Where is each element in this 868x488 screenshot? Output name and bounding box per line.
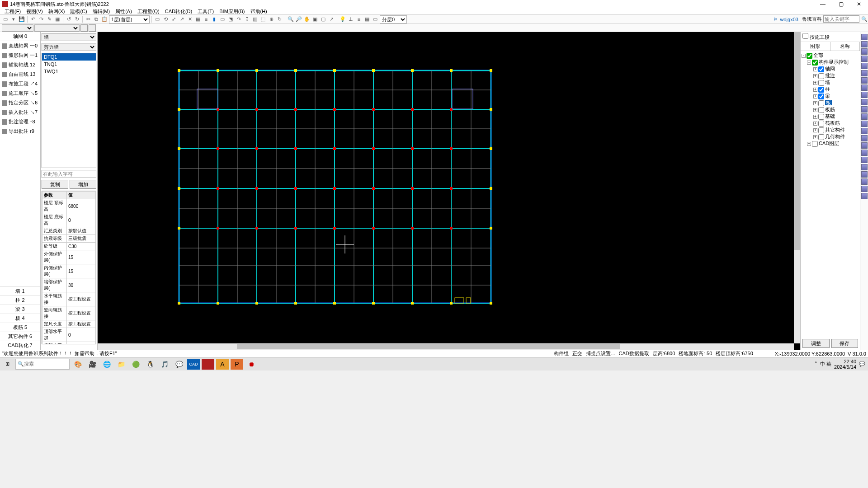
tool-c16-icon[interactable]: ↻ <box>276 16 283 23</box>
sidebar-item[interactable]: 插入批注 ↘7 <box>0 108 40 117</box>
search-input[interactable] <box>823 15 859 23</box>
sidebar-item[interactable]: 布施工段 ↗4 <box>0 79 40 89</box>
sidebar-item[interactable]: 导出批注 r9 <box>0 127 40 136</box>
task-app-edge-icon[interactable]: 🌐 <box>100 359 113 370</box>
vtool-21-icon[interactable] <box>861 178 868 185</box>
status-segment[interactable]: 正交 <box>572 351 582 356</box>
tree-item[interactable]: +板筋 <box>813 106 859 113</box>
value-cell[interactable]: 0 <box>67 342 96 345</box>
tool-c9-icon[interactable]: ▭ <box>219 16 226 23</box>
sidetab[interactable]: 柱 2 <box>0 296 40 305</box>
tool-c4-icon[interactable]: ↗ <box>178 16 185 23</box>
add-button[interactable]: 增加 <box>70 180 96 189</box>
canvas-hscroll[interactable] <box>98 343 794 350</box>
section-checkbox[interactable]: 按施工段 <box>802 34 830 40</box>
menu-item[interactable]: 工具(T) <box>196 8 216 15</box>
vtool-11-icon[interactable] <box>861 106 868 113</box>
tool-c14-icon[interactable]: ⬚ <box>259 16 267 23</box>
menu-item[interactable]: CAD转化(D) <box>163 8 194 15</box>
value-cell[interactable]: 按工程设置 <box>67 320 96 328</box>
menu-item[interactable]: 轴网(X) <box>47 8 67 15</box>
sidebar-item[interactable]: 辅助轴线 12 <box>0 60 40 70</box>
sidetab[interactable]: 墙 1 <box>0 286 40 296</box>
search-icon[interactable]: 🔍 <box>861 16 868 23</box>
tool-grid-icon[interactable]: ▦ <box>54 16 61 23</box>
tool-pan-icon[interactable]: ✋ <box>303 16 311 23</box>
table-row[interactable]: 定尺长度按工程设置 <box>42 320 96 328</box>
sidetab[interactable]: CAD转化 7 <box>0 341 40 350</box>
menu-item[interactable]: 编辑(M) <box>91 8 112 15</box>
task-app-record-icon[interactable]: ⏺ <box>245 359 258 370</box>
vtool-10-icon[interactable] <box>861 99 868 105</box>
maximize-button[interactable]: ▢ <box>832 0 850 8</box>
task-app-1-icon[interactable]: 🎨 <box>71 359 84 370</box>
vtool-4-icon[interactable] <box>861 56 868 62</box>
sidebar-item[interactable]: 弧形轴网 一1 <box>0 51 40 60</box>
subcategory-combo[interactable]: 剪力墙 <box>42 43 96 51</box>
table-row[interactable]: 砼等级C30 <box>42 243 96 250</box>
value-cell[interactable]: 0 <box>67 213 96 227</box>
task-app-ppt-icon[interactable]: P <box>231 359 243 370</box>
combo-a[interactable] <box>2 24 33 32</box>
sidetab[interactable]: 梁 3 <box>0 305 40 314</box>
tool-c11-icon[interactable]: ↷ <box>235 16 242 23</box>
tool-undo-icon[interactable]: ↶ <box>29 16 37 23</box>
value-cell[interactable]: C30 <box>67 243 96 250</box>
tool-d1-icon[interactable]: ↗ <box>328 16 335 23</box>
tool-bulb-icon[interactable]: 💡 <box>339 16 346 23</box>
sidebar-item[interactable]: 指定分区 ↘6 <box>0 98 40 108</box>
tree-item[interactable]: +板 <box>813 99 859 106</box>
visibility-tree[interactable]: -全部 -构件显示控制 +轴网+批注+墙+柱+梁+板+板筋+基础+筏板筋+其它构… <box>801 51 860 337</box>
start-button[interactable]: ⊞ <box>1 359 14 370</box>
tree-item[interactable]: +墙 <box>813 79 859 86</box>
tool-c6-icon[interactable]: ▦ <box>194 16 202 23</box>
value-cell[interactable]: 三级抗震 <box>67 235 96 243</box>
vtool-7-icon[interactable] <box>861 77 868 84</box>
vtool-20-icon[interactable] <box>861 171 868 178</box>
property-grid[interactable]: 参数 值 楼层 顶标高6800楼层 底标高0汇总类别按默认值抗震等级三级抗震砼等… <box>42 191 96 344</box>
close-button[interactable]: ✕ <box>850 0 868 8</box>
table-row[interactable]: 端部保护层(30 <box>42 278 96 292</box>
combo-b[interactable] <box>34 24 80 32</box>
value-cell[interactable]: 0 <box>67 328 96 342</box>
sidebar-item[interactable]: 直线轴网 一0 <box>0 41 40 51</box>
sidetab[interactable]: 板筋 5 <box>0 323 40 332</box>
menu-item[interactable]: 帮助(H) <box>249 8 269 15</box>
value-cell[interactable]: 按工程设置 <box>67 292 96 306</box>
tool-c1-icon[interactable]: ▭ <box>154 16 161 23</box>
task-app-chrome-icon[interactable]: 🟢 <box>129 359 142 370</box>
tray-clock[interactable]: 22:40 2024/5/14 <box>834 359 856 370</box>
category-combo[interactable]: 墙 <box>42 33 96 41</box>
tool-c3-icon[interactable]: ⤢ <box>170 16 177 23</box>
canvas-vscroll[interactable] <box>794 32 800 343</box>
tool-c13-icon[interactable]: ▥ <box>251 16 259 23</box>
vtool-14-icon[interactable] <box>861 128 868 134</box>
vtool-17-icon[interactable] <box>861 150 868 156</box>
table-row[interactable]: 顶部水平加0 <box>42 328 96 342</box>
tool-zoomin-icon[interactable]: 🔍 <box>287 16 294 23</box>
task-app-a-icon[interactable]: A <box>216 359 229 370</box>
component-list[interactable]: DTQ1TNQ1TWQ1 <box>42 53 96 168</box>
sidebar-item[interactable]: 自由画线 13 <box>0 70 40 79</box>
status-segment[interactable]: 楼层顶标高:6750 <box>716 351 753 356</box>
tree-item[interactable]: +筏板筋 <box>813 120 859 127</box>
tool-zoomfit-icon[interactable]: ▣ <box>311 16 319 23</box>
tool-c8-icon[interactable]: ▮ <box>211 16 218 23</box>
tool-c7-icon[interactable]: ≡ <box>203 16 210 23</box>
status-segment[interactable]: 构件组 <box>554 351 569 356</box>
layer-combo[interactable]: 分层0 <box>380 15 407 23</box>
vtool-5-icon[interactable] <box>861 63 868 69</box>
vtool-13-icon[interactable] <box>861 121 868 127</box>
table-row[interactable]: 楼层 顶标高6800 <box>42 199 96 213</box>
table-row[interactable]: 楼层 底标高0 <box>42 213 96 227</box>
table-row[interactable]: 抗震等级三级抗震 <box>42 235 96 243</box>
list-item[interactable]: DTQ1 <box>42 53 96 61</box>
value-cell[interactable]: 15 <box>67 250 96 264</box>
vtool-8-icon[interactable] <box>861 84 868 91</box>
vtool-2-icon[interactable] <box>861 41 868 47</box>
table-row[interactable]: 汇总类别按默认值 <box>42 227 96 235</box>
tool-edit-icon[interactable]: ✎ <box>46 16 53 23</box>
tool-zoomsel-icon[interactable]: ▢ <box>320 16 327 23</box>
sidebar-item[interactable]: 施工顺序 ↘5 <box>0 89 40 98</box>
tool-new-icon[interactable]: ▭ <box>2 16 9 23</box>
